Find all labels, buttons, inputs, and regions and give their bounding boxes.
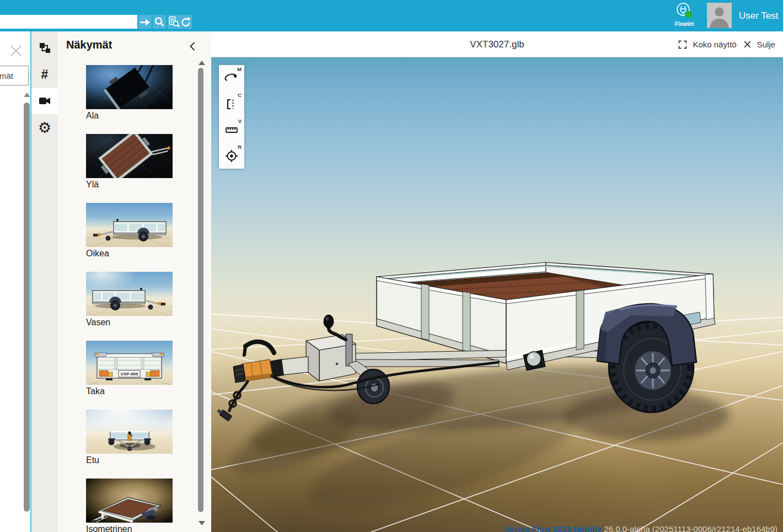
submit-arrow-icon: [138, 15, 152, 29]
view-item-oikea[interactable]: Oikea: [86, 203, 173, 259]
rail-item-views[interactable]: [31, 88, 58, 114]
target-icon: [224, 149, 239, 163]
refresh-button[interactable]: [180, 15, 192, 29]
chevron-left-icon: [189, 41, 196, 51]
view-label: Oikea: [86, 249, 173, 259]
view-label: Vasen: [86, 318, 173, 327]
scroll-up-arrow[interactable]: [24, 93, 30, 97]
person-silhouette-icon: [707, 3, 732, 28]
rail-item-structure[interactable]: [31, 35, 58, 61]
close-label: Sulje: [757, 40, 775, 49]
build-string: 26.0.0-alpha (20251113-0006/r21214-eb164…: [604, 524, 777, 532]
close-icon: [743, 40, 752, 49]
advanced-search-button[interactable]: [168, 15, 181, 29]
scroll-up-arrow[interactable]: [199, 61, 205, 65]
app-root: Flowlet User Test # ⚙: [0, 0, 783, 532]
orbit-icon: [224, 71, 239, 85]
global-search-input[interactable]: [0, 15, 137, 29]
fullscreen-icon: [678, 40, 687, 49]
views-panel: Näkymät Ala: [58, 31, 211, 532]
gear-icon: ⚙: [38, 120, 51, 135]
views-scrollbar-thumb[interactable]: [198, 68, 203, 512]
left-icon-rail: # ⚙: [31, 31, 58, 532]
view-item-ala[interactable]: Ala: [86, 65, 173, 121]
view-thumbnail-back: VXP-000: [86, 341, 173, 385]
license-plate-text: VXP-000: [120, 372, 138, 377]
ruler-icon: [225, 123, 238, 137]
view-label: Etu: [86, 455, 173, 465]
tool-focus[interactable]: R: [219, 143, 244, 169]
view-label: Isometrinen: [86, 524, 173, 532]
view-item-isometrinen[interactable]: Isometrinen: [86, 479, 173, 532]
section-icon: [225, 98, 238, 111]
rail-item-grid[interactable]: #: [31, 61, 58, 88]
advanced-search-icon: [168, 15, 181, 29]
tool-shortcut: M: [237, 66, 242, 72]
view-label: Taka: [86, 386, 173, 396]
flyout-close-button[interactable]: [8, 42, 24, 59]
tool-shortcut: R: [238, 144, 242, 150]
user-avatar[interactable]: [707, 3, 732, 28]
view-thumbnail-bottom: [86, 65, 173, 109]
views-panel-title: Näkymät: [66, 39, 112, 51]
view-thumbnail-front: [86, 410, 173, 454]
search-submit-button[interactable]: [138, 15, 152, 29]
structure-tree-icon: [38, 41, 51, 55]
left-flyout-panel: [0, 31, 31, 532]
product-name: Vertex Flow 2026 Nightly: [505, 524, 602, 532]
snap-grid-icon: #: [41, 68, 49, 81]
view-label: Ala: [86, 111, 173, 121]
flowlet-button[interactable]: Flowlet: [672, 2, 697, 30]
fullscreen-button[interactable]: Koko näyttö: [678, 40, 736, 49]
rail-item-settings[interactable]: ⚙: [31, 114, 58, 141]
tool-shortcut: V: [238, 118, 242, 124]
view-item-yla[interactable]: Ylä: [86, 134, 173, 190]
3d-scene: [211, 57, 783, 532]
flyout-scrollbar-thumb[interactable]: [24, 103, 30, 512]
user-name[interactable]: User Test: [739, 0, 779, 31]
close-icon: [8, 42, 24, 59]
view-thumbnail-right: [86, 203, 173, 247]
collapse-panel-button[interactable]: [189, 41, 197, 52]
viewport-3d[interactable]: M C V R Vertex Flow 2026 Nightly: [211, 57, 783, 532]
tool-measure[interactable]: V: [219, 117, 244, 143]
top-bar: Flowlet User Test: [0, 0, 783, 31]
view-item-vasen[interactable]: Vasen: [86, 272, 173, 327]
model-viewer: VXT3027.glb Koko näyttö Sulje: [211, 31, 783, 532]
search-button[interactable]: [153, 15, 166, 29]
view-item-etu[interactable]: Etu: [86, 410, 173, 465]
viewer-header: VXT3027.glb Koko näyttö Sulje: [211, 31, 783, 57]
view-thumbnail-left: [86, 272, 173, 316]
refresh-icon: [180, 15, 192, 29]
view-thumbnail-isometric: [86, 479, 173, 523]
tool-section[interactable]: C: [219, 91, 244, 117]
view-item-taka[interactable]: VXP-000 Taka: [86, 341, 173, 396]
search-icon: [153, 15, 166, 29]
view-label: Ylä: [86, 180, 173, 190]
viewport-toolbar: M C V R: [219, 65, 244, 169]
flowlet-status-dot: [685, 11, 691, 18]
view-thumbnail-top: [86, 134, 173, 178]
scroll-down-arrow[interactable]: [199, 521, 205, 525]
tool-shortcut: C: [238, 92, 242, 98]
flowlet-label: Flowlet: [672, 21, 697, 27]
video-camera-icon: [38, 94, 51, 108]
flyout-search-input[interactable]: [0, 66, 29, 85]
fullscreen-label: Koko näyttö: [693, 40, 736, 49]
flowlet-plug-icon: [675, 2, 694, 19]
version-info: Vertex Flow 2026 Nightly 26.0.0-alpha (2…: [505, 524, 777, 532]
close-viewer-button[interactable]: Sulje: [743, 40, 775, 49]
tool-orbit[interactable]: M: [219, 65, 244, 91]
